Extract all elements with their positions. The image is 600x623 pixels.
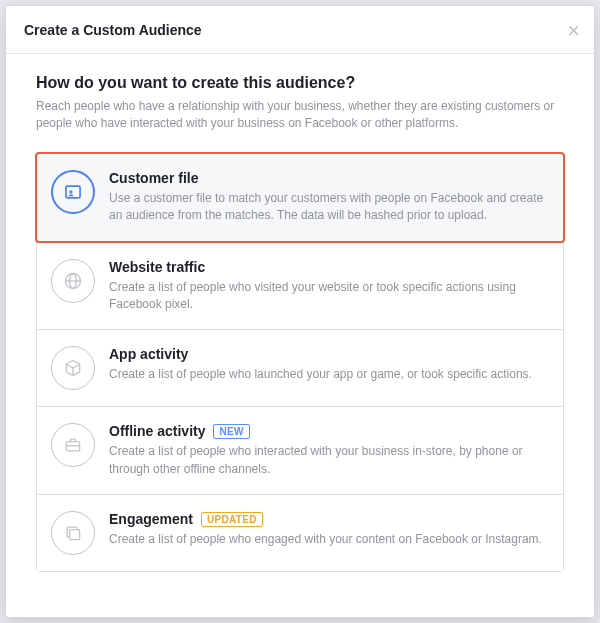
svg-point-1 [69, 190, 72, 193]
customer-file-icon [51, 170, 95, 214]
stack-icon [51, 511, 95, 555]
dialog-title: Create a Custom Audience [24, 22, 202, 38]
close-icon[interactable]: × [567, 20, 580, 42]
option-list: Customer file Use a customer file to mat… [36, 153, 564, 572]
option-website-traffic[interactable]: Website traffic Create a list of people … [37, 243, 563, 331]
option-desc: Use a customer file to match your custom… [109, 190, 549, 225]
intro-subtitle: How do you want to create this audience? [36, 74, 564, 92]
dialog-header: Create a Custom Audience × [6, 6, 594, 54]
option-engagement[interactable]: Engagement UPDATED Create a list of peop… [37, 495, 563, 571]
option-offline-activity[interactable]: Offline activity NEW Create a list of pe… [37, 407, 563, 495]
option-title: Customer file [109, 170, 198, 186]
new-badge: NEW [213, 424, 249, 439]
option-app-activity[interactable]: App activity Create a list of people who… [37, 330, 563, 407]
option-title: App activity [109, 346, 188, 362]
option-desc: Create a list of people who interacted w… [109, 443, 549, 478]
updated-badge: UPDATED [201, 512, 263, 527]
cube-icon [51, 346, 95, 390]
option-desc: Create a list of people who launched you… [109, 366, 549, 383]
briefcase-icon [51, 423, 95, 467]
intro-subtext: Reach people who have a relationship wit… [36, 98, 564, 133]
option-title: Offline activity [109, 423, 205, 439]
dialog-body: How do you want to create this audience?… [6, 54, 594, 596]
svg-rect-8 [70, 530, 80, 540]
option-desc: Create a list of people who visited your… [109, 279, 549, 314]
option-title: Website traffic [109, 259, 205, 275]
create-audience-dialog: Create a Custom Audience × How do you wa… [5, 5, 595, 618]
option-title: Engagement [109, 511, 193, 527]
globe-icon [51, 259, 95, 303]
option-customer-file[interactable]: Customer file Use a customer file to mat… [35, 152, 565, 243]
option-desc: Create a list of people who engaged with… [109, 531, 549, 548]
